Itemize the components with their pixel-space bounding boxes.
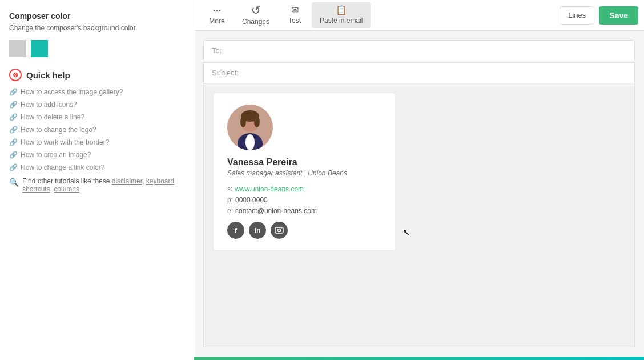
svg-point-5 [240,116,246,127]
test-icon: ✉ [291,6,299,15]
tutorial-link-disclaimer[interactable]: disclaimer [112,177,142,185]
svg-point-9 [281,228,282,229]
link-icon-4: 🔗 [9,126,17,134]
find-tutorials: 🔍 Find other tutorials like these discla… [9,177,184,193]
sig-title: Sales manager assistant | Union Beans [227,169,381,177]
svg-rect-7 [275,227,283,233]
cursor-indicator: ↖ [402,227,407,235]
composer-color-desc: Change the composer's background color. [9,24,184,32]
avatar [227,105,273,150]
facebook-icon[interactable]: f [227,222,244,239]
color-swatches [9,40,184,57]
tutorial-link-columns[interactable]: columns [54,185,79,193]
subject-field[interactable]: Subject: [203,62,635,83]
link-icon-3: 🔗 [9,113,17,121]
main-area: ··· More ↺ Changes ✉ Test 📋 Paste in ema… [194,0,644,360]
quick-help-header: ⊗ Quick help [9,69,184,81]
test-button[interactable]: ✉ Test [277,2,312,28]
help-link-link-color[interactable]: 🔗 How to change a link color? [9,163,184,171]
search-icon: 🔍 [9,178,19,187]
email-body[interactable]: Vanessa Pereira Sales manager assistant … [203,83,635,347]
more-button[interactable]: ··· More [200,2,234,29]
sig-name: Vanessa Pereira [227,157,381,167]
sig-phone: p: 0000 0000 [227,196,381,204]
help-link-icons[interactable]: 🔗 How to add icons? [9,101,184,109]
svg-point-2 [245,134,255,150]
link-icon-7: 🔗 [9,163,17,171]
paste-icon: 📋 [336,6,347,15]
sig-email-link[interactable]: contact@union-beans.com [235,207,317,215]
sig-email: e: contact@union-beans.com [227,207,381,215]
to-field[interactable]: To: [203,40,635,61]
svg-point-6 [254,116,260,127]
composer-color-section: Composer color Change the composer's bac… [9,11,184,57]
lifebuoy-icon: ⊗ [9,69,22,81]
link-icon-6: 🔗 [9,151,17,159]
more-icon: ··· [212,5,221,15]
link-icon-5: 🔗 [9,138,17,146]
changes-button[interactable]: ↺ Changes [234,1,277,29]
toolbar: ··· More ↺ Changes ✉ Test 📋 Paste in ema… [194,0,644,31]
quick-help-title: Quick help [26,70,70,80]
help-link-delete-line[interactable]: 🔗 How to delete a line? [9,113,184,121]
email-area: To: Subject: [194,31,644,357]
help-links-list: 🔗 How to access the image gallery? 🔗 How… [9,88,184,171]
composer-color-title: Composer color [9,11,184,21]
help-link-gallery[interactable]: 🔗 How to access the image gallery? [9,88,184,96]
svg-point-8 [278,229,281,232]
sig-website-link[interactable]: www.union-beans.com [235,185,304,193]
signature-card: Vanessa Pereira Sales manager assistant … [213,93,396,251]
save-button[interactable]: Save [599,6,638,25]
link-icon-1: 🔗 [9,88,17,96]
color-swatch-light[interactable] [9,40,26,57]
paste-button[interactable]: 📋 Paste in email [312,2,371,28]
sig-website: s: www.union-beans.com [227,185,381,193]
linkedin-icon[interactable]: in [249,222,266,239]
bottom-bar [194,357,644,360]
sidebar: Composer color Change the composer's bac… [0,0,194,360]
color-swatch-accent[interactable] [31,40,48,57]
lines-input[interactable]: Lines [560,6,594,25]
changes-icon: ↺ [251,5,261,16]
instagram-icon[interactable] [271,222,288,239]
help-link-border[interactable]: 🔗 How to work with the border? [9,138,184,146]
link-icon-2: 🔗 [9,101,17,109]
sig-social: f in [227,222,381,239]
help-link-crop[interactable]: 🔗 How to crop an image? [9,151,184,159]
help-link-change-logo[interactable]: 🔗 How to change the logo? [9,126,184,134]
